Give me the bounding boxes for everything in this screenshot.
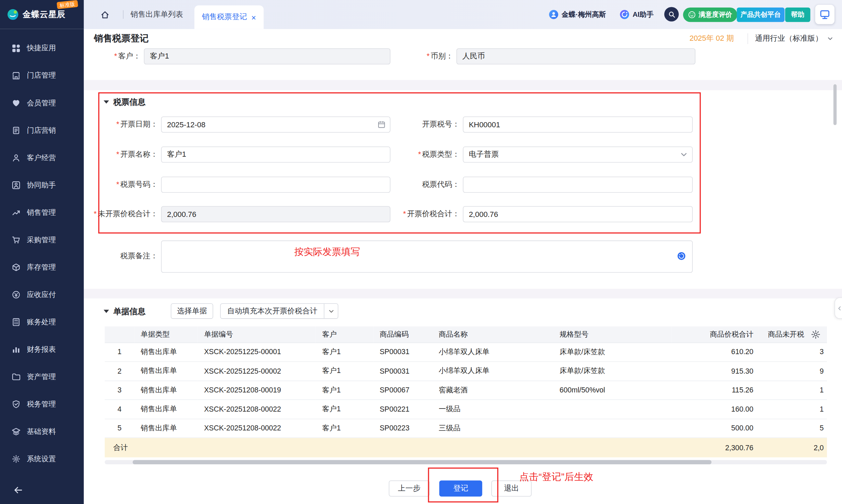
sidebar-item-system-settings[interactable]: 系统设置 xyxy=(0,445,84,473)
table-cell: 2 xyxy=(105,362,134,381)
uninvoiced-total-input[interactable]: 2,000.76 xyxy=(161,206,391,222)
table-cell: 客户1 xyxy=(316,343,373,362)
horizontal-scrollbar[interactable] xyxy=(105,460,827,465)
table-row[interactable]: 5销售出库单XSCK-20251208-00022客户1SP00223三级品50… xyxy=(105,419,827,438)
member-icon xyxy=(12,99,21,107)
section-gap xyxy=(84,80,842,90)
workbench-icon xyxy=(819,9,830,20)
sidebar-item-accounting[interactable]: 账务处理 xyxy=(0,308,84,336)
sidebar-item-inventory-management[interactable]: 库存管理 xyxy=(0,254,84,281)
collapse-sidebar-button[interactable] xyxy=(11,482,26,497)
autofill-button[interactable]: 自动填充本次开票价税合计 xyxy=(220,303,338,319)
logo-area: 金蝶云星辰 标准版 xyxy=(0,0,84,29)
customer-icon xyxy=(12,153,21,162)
satisfaction-button[interactable]: 满意度评价 xyxy=(683,7,737,22)
table-cell: XSCK-20251225-00002 xyxy=(197,362,316,381)
table-cell: 销售出库单 xyxy=(134,362,197,381)
sidebar-item-label: 税务管理 xyxy=(27,399,56,409)
vertical-scrollbar-thumb[interactable] xyxy=(833,84,837,125)
sidebar-item-store-management[interactable]: 门店管理 xyxy=(0,62,84,89)
assistant-icon xyxy=(12,181,21,189)
invoice-total-input[interactable]: 2,000.76 xyxy=(463,206,692,222)
invoice-total-label: 开票价税合计： xyxy=(384,209,460,219)
industry-label: 通用行业（标准版） xyxy=(755,34,823,43)
table-cell: SP00031 xyxy=(373,343,432,362)
collapse-triangle-icon[interactable] xyxy=(104,310,109,313)
collapse-triangle-icon[interactable] xyxy=(104,100,109,103)
store-icon xyxy=(12,71,21,80)
sidebar-item-customer-operation[interactable]: 客户经营 xyxy=(0,144,84,171)
sidebar-item-asset-management[interactable]: 资产管理 xyxy=(0,363,84,390)
asset-icon xyxy=(12,372,21,381)
tenant-name: 金蝶·梅州高斯 xyxy=(562,10,606,19)
table-cell: SP00067 xyxy=(373,380,432,400)
product-platform-button[interactable]: 产品共创平台 xyxy=(737,7,785,22)
accounting-period[interactable]: 2025年 02 期 xyxy=(689,29,733,48)
tax-no-input[interactable] xyxy=(161,177,391,193)
ai-assistant-button[interactable]: AI助手 xyxy=(620,0,653,29)
help-button[interactable]: 帮助 xyxy=(785,7,811,22)
purchase-icon xyxy=(12,235,21,244)
table-cell: 窖藏老酒 xyxy=(432,380,553,400)
table-row[interactable]: 2销售出库单XSCK-20251225-00002客户1SP00031小绵羊双人… xyxy=(105,362,827,381)
invoice-tax-no-input[interactable]: KH00001 xyxy=(463,116,692,132)
remark-input[interactable] xyxy=(161,241,693,273)
sidebar-item-sales-management[interactable]: 销售管理 xyxy=(0,198,84,226)
close-tab-icon[interactable]: × xyxy=(251,13,256,21)
column-header: 商品编码 xyxy=(373,326,432,343)
table-total-row: 合计 2,300.76 2,0 xyxy=(105,438,827,457)
uninvoiced-total-field: 未开票价税合计：2,000.76 xyxy=(85,206,391,222)
collapse-panel-handle[interactable] xyxy=(834,297,842,319)
invoice-name-input[interactable]: 客户1 xyxy=(161,146,391,163)
sidebar-item-label: 采购管理 xyxy=(27,235,56,244)
sidebar-item-quick-apps[interactable]: 快捷应用 xyxy=(0,34,84,62)
search-icon xyxy=(668,11,675,18)
table-row[interactable]: 1销售出库单XSCK-20251225-00001客户1SP00031小绵羊双人… xyxy=(105,343,827,362)
horizontal-scrollbar-thumb[interactable] xyxy=(133,460,712,465)
column-header: 商品名称 xyxy=(432,326,553,343)
sidebar-item-collaboration-assistant[interactable]: 协同助手 xyxy=(0,171,84,198)
table-cell xyxy=(553,400,672,419)
currency-input[interactable]: 人民币 xyxy=(457,48,696,64)
register-button[interactable]: 登记 xyxy=(439,480,482,496)
table-cell: 销售出库单 xyxy=(134,419,197,438)
sidebar-item-member-management[interactable]: 会员管理 xyxy=(0,89,84,116)
search-button[interactable] xyxy=(664,7,679,21)
tab-sales-tax-register[interactable]: 销售税票登记 × xyxy=(194,5,264,29)
tax-section-header: 税票信息 xyxy=(104,96,145,107)
page-title: 销售税票登记 xyxy=(94,32,149,44)
sidebar-item-store-marketing[interactable]: 门店营销 xyxy=(0,116,84,144)
customer-input[interactable]: 客户1 xyxy=(144,48,390,64)
exit-button[interactable]: 退出 xyxy=(492,480,532,496)
sidebar-item-base-data[interactable]: 基础资料 xyxy=(0,418,84,445)
table-cell: 4 xyxy=(105,400,134,419)
table-cell: 5 xyxy=(105,419,134,438)
settings-icon xyxy=(12,454,21,463)
tab-sales-outbound-list[interactable]: 销售出库单列表 xyxy=(130,0,183,29)
smart-fill-icon[interactable] xyxy=(677,252,686,260)
sidebar-item-tax-management[interactable]: 税务管理 xyxy=(0,390,84,418)
table-settings-icon[interactable] xyxy=(811,329,820,339)
invoice-total-value: 2,000.76 xyxy=(469,210,498,218)
table-cell: 3 xyxy=(105,380,134,400)
industry-selector[interactable]: 通用行业（标准版） xyxy=(755,29,833,48)
sidebar-item-receivable-payable[interactable]: 应收应付 xyxy=(0,281,84,308)
autofill-dropdown[interactable] xyxy=(324,304,338,318)
workbench-button[interactable] xyxy=(815,5,834,24)
prev-step-button[interactable]: 上一步 xyxy=(389,480,430,496)
table-row[interactable]: 3销售出库单XSCK-20251208-00019客户1SP00067窖藏老酒6… xyxy=(105,380,827,400)
tax-code-input[interactable] xyxy=(463,177,692,193)
tax-type-input[interactable]: 电子普票 xyxy=(463,146,692,163)
table-row[interactable]: 4销售出库单XSCK-20251208-00022客户1SP00221一级品16… xyxy=(105,400,827,419)
invoice-tax-no-value: KH00001 xyxy=(469,120,500,129)
sidebar-item-financial-reports[interactable]: 财务报表 xyxy=(0,336,84,363)
remark-label: 税票备注： xyxy=(85,251,158,261)
home-button[interactable] xyxy=(97,7,112,22)
chevron-down-icon[interactable] xyxy=(680,151,688,159)
tenant-account[interactable]: 金蝶·梅州高斯 xyxy=(549,0,606,29)
table-cell: 915.30 xyxy=(672,362,759,381)
select-bill-button[interactable]: 选择单据 xyxy=(171,303,213,319)
invoice-date-input[interactable]: 2025-12-08 xyxy=(161,116,391,132)
inventory-icon xyxy=(12,263,21,271)
sidebar-item-purchase-management[interactable]: 采购管理 xyxy=(0,226,84,253)
